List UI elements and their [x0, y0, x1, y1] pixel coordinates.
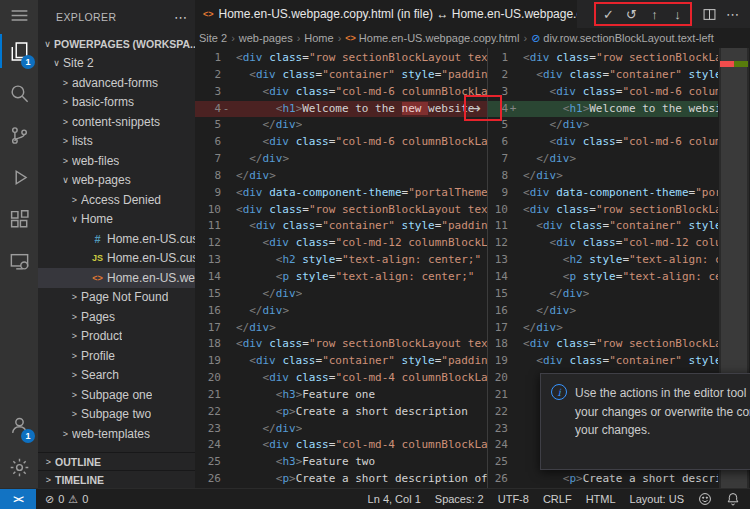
code-text: <div class="row sectionBlockLayout text-…	[236, 336, 487, 353]
code-line: 16 </div>	[195, 303, 487, 320]
status-html[interactable]: HTML	[586, 493, 616, 505]
menu-icon[interactable]	[0, 0, 38, 30]
explorer-icon[interactable]: 1	[0, 30, 38, 72]
next-change-icon[interactable]: ↓	[666, 3, 689, 26]
diff-sign	[221, 387, 231, 404]
notification-toast: i Use the actions in the editor tool bar…	[540, 373, 750, 470]
code-text: <h3>Feature one	[236, 387, 375, 404]
tree-item-folder[interactable]: >Access Denied	[38, 190, 195, 210]
tree-item-label: advanced-forms	[72, 76, 158, 90]
tree-item-folder[interactable]: >basic-forms	[38, 93, 195, 113]
code-line: 9<div data-component-theme="portalThemeC…	[195, 185, 487, 202]
code-line: 9<div data-component-theme="portalThemeC…	[488, 185, 718, 202]
extensions-icon[interactable]	[0, 198, 38, 240]
tree-item-folder[interactable]: ∨web-pages	[38, 171, 195, 191]
code-line: 12 <div class="col-md-12 columnBlockLayo…	[488, 235, 718, 252]
revert-change-arrow-button[interactable]: →	[469, 100, 481, 116]
line-number: 16	[195, 303, 221, 320]
line-number: 3	[195, 84, 221, 101]
line-number: 12	[195, 235, 221, 252]
tree-item-folder[interactable]: >lists	[38, 132, 195, 152]
warning-icon: ⚠	[68, 493, 78, 506]
tree-item-folder[interactable]: >content-snippets	[38, 112, 195, 132]
panel-outline[interactable]: >OUTLINE	[38, 452, 195, 470]
line-number: 19	[488, 353, 508, 370]
search-icon[interactable]	[0, 72, 38, 114]
code-line: 15 </div>	[195, 286, 487, 303]
diff-pane-original[interactable]: 1<div class="row sectionBlockLayout text…	[195, 48, 487, 488]
code-line: 2 <div class="container" style="padding:…	[195, 67, 487, 84]
tree-item-label: Home.en-US.cust...	[107, 232, 195, 246]
status-utf-8[interactable]: UTF-8	[498, 493, 529, 505]
accept-change-icon[interactable]: ✓	[597, 3, 620, 26]
tree-item-folder[interactable]: >Pages	[38, 307, 195, 327]
code-line: 15 </div>	[488, 286, 718, 303]
diff-sign	[508, 151, 518, 168]
status-spaces-2[interactable]: Spaces: 2	[435, 493, 484, 505]
tree-item-folder[interactable]: >web-templates	[38, 424, 195, 444]
remote-explorer-icon[interactable]	[0, 240, 38, 282]
more-actions-icon[interactable]: ⋯	[174, 10, 187, 25]
diff-sign	[221, 202, 231, 219]
code-line: 19 <div class="container" style="padding…	[488, 353, 718, 370]
tree-item-file[interactable]: #Home.en-US.cust...	[38, 229, 195, 249]
diff-sign	[508, 404, 518, 421]
error-icon: ⊘	[45, 493, 54, 506]
bell-icon[interactable]	[726, 492, 740, 506]
code-text: <div data-component-theme="portalThemeCo…	[523, 185, 718, 202]
panel-timeline[interactable]: >TIMELINE	[38, 470, 195, 488]
diff-sign	[221, 303, 231, 320]
tree-item-folder[interactable]: ∨Site 2	[38, 54, 195, 74]
code-line: 2 <div class="container" style="padding:…	[488, 67, 718, 84]
tree-item-folder[interactable]: >advanced-forms	[38, 73, 195, 93]
code-line: 13 <h2 style="text-align: center;"	[488, 252, 718, 269]
tree-item-folder[interactable]: >Page Not Found	[38, 288, 195, 308]
more-actions-icon[interactable]: ⋯	[721, 3, 744, 26]
remote-indicator[interactable]: ><	[0, 489, 36, 509]
code-text: </div>	[523, 320, 563, 337]
tree-item-folder[interactable]: >web-files	[38, 151, 195, 171]
tree-item-folder[interactable]: >Subpage two	[38, 405, 195, 425]
previous-change-icon[interactable]: ↑	[643, 3, 666, 26]
code-line: 11 <div class="container" style="padding…	[195, 218, 487, 235]
tree-item-file[interactable]: <>Home.en-US.web...	[38, 268, 195, 288]
status-ln-4-col-1[interactable]: Ln 4, Col 1	[368, 493, 421, 505]
line-number: 21	[488, 387, 508, 404]
tree-item-folder[interactable]: >Subpage one	[38, 385, 195, 405]
code-line: 3 <div class="col-md-6 columnBlockLayout…	[488, 84, 718, 101]
chevron-right-icon: >	[59, 117, 72, 127]
breadcrumb-item[interactable]: Home	[304, 32, 333, 44]
tree-item-folder[interactable]: >Profile	[38, 346, 195, 366]
code-text: <div class="col-md-6 columnBlockLayout"	[523, 134, 718, 151]
split-editor-icon[interactable]	[698, 3, 721, 26]
breadcrumb-label: Home	[304, 32, 333, 44]
run-debug-icon[interactable]	[0, 156, 38, 198]
status-layout-us[interactable]: Layout: US	[630, 493, 684, 505]
discard-change-icon[interactable]: ↺	[620, 3, 643, 26]
chevron-down-icon: ∨	[68, 214, 81, 224]
diff-sign	[508, 218, 518, 235]
accounts-icon[interactable]: 1	[0, 404, 38, 446]
diff-sign	[221, 252, 231, 269]
tree-item-folder[interactable]: ∨Home	[38, 210, 195, 230]
breadcrumb-item[interactable]: Site 2	[199, 32, 227, 44]
tree-item-folder[interactable]: >Search	[38, 366, 195, 386]
breadcrumb-item[interactable]: <>Home.en-US.webpage.copy.html	[345, 32, 519, 44]
breadcrumb-item[interactable]: ⊘div.row.sectionBlockLayout.text-left	[531, 32, 714, 45]
status-crlf[interactable]: CRLF	[543, 493, 572, 505]
breadcrumb-item[interactable]: web-pages	[239, 32, 293, 44]
chevron-right-icon: >	[42, 457, 55, 467]
diff-sign	[508, 185, 518, 202]
problems-status[interactable]: ⊘ 0 ⚠ 0	[45, 493, 88, 506]
tree-item-file[interactable]: JSHome.en-US.cust...	[38, 249, 195, 269]
code-text: <div class="row sectionBlockLayout text-…	[236, 50, 487, 67]
code-text: <p>Create a short description of a featu…	[523, 471, 718, 488]
code-text: <div class="col-md-6 columnBlockLayout"	[236, 134, 487, 151]
source-control-icon[interactable]	[0, 114, 38, 156]
code-text: <div data-component-theme="portalThemeCo…	[236, 185, 487, 202]
settings-gear-icon[interactable]	[0, 446, 38, 488]
editor-tab[interactable]: <> Home.en-US.webpage.copy.html (in file…	[195, 0, 577, 28]
feedback-icon[interactable]	[698, 492, 712, 506]
tree-item-folder[interactable]: ∨POWERPAGES (WORKSPA...	[38, 34, 195, 54]
tree-item-folder[interactable]: >Product	[38, 327, 195, 347]
